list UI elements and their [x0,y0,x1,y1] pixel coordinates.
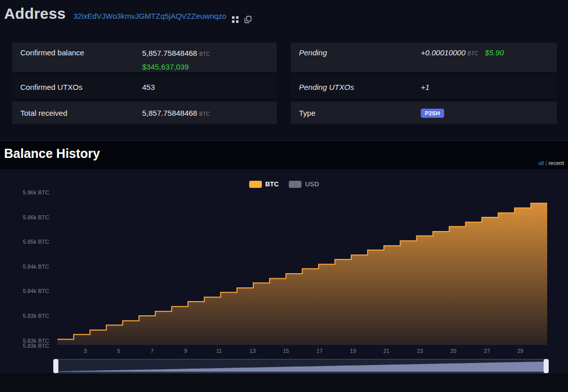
legend-swatch-usd [289,181,302,188]
x-axis-tick: 23 [417,348,423,354]
y-axis-tick: 5.83k BTC [4,313,49,319]
x-axis-tick: 21 [383,348,389,354]
btc-amount: 5,857.75848468 [142,49,197,57]
stat-value: 5,857.75848468BTC [142,109,210,117]
legend-item-btc[interactable]: BTC [249,180,279,188]
stat-row-type: Type P2SH [291,102,557,124]
stat-label: Confirmed balance [12,48,142,57]
x-axis-tick: 15 [283,348,289,354]
x-axis-tick: 17 [316,348,322,354]
stat-row-confirmed-utxos: Confirmed UTXOs 453 [12,76,277,98]
stat-label: Total received [12,109,142,117]
legend-swatch-btc [249,181,261,188]
stat-label: Type [291,109,421,117]
legend-item-usd[interactable]: USD [289,180,319,188]
btc-amount: 5,857.75848468 [142,109,197,117]
x-axis-tick: 25 [450,348,456,354]
stat-label: Pending UTXOs [291,83,421,91]
balance-history-header: Balance History all|recent [0,141,568,169]
x-axis-tick: 29 [517,348,523,354]
chart-legend: BTC USD [249,180,319,188]
slider-handle-left[interactable] [53,359,58,373]
y-axis-tick: 5.83k BTC [4,343,49,349]
x-axis-tick: 11 [216,348,222,354]
stat-value: 5,857.75848468BTC $345,637,039 [142,48,210,72]
x-axis-tick: 3 [84,348,87,354]
chart-footer [0,373,568,392]
stat-row-pending-utxos: Pending UTXOs +1 [291,76,557,98]
range-all-link[interactable]: all [539,160,544,166]
slider-handle-right[interactable] [544,359,549,373]
btc-unit: BTC [199,51,210,57]
stat-row-confirmed-balance: Confirmed balance 5,857.75848468BTC $345… [12,43,277,72]
btc-amount: +0.00010000 [421,48,465,57]
stat-value: 453 [142,83,155,91]
usd-amount: $345,637,039 [142,62,210,72]
x-axis-tick: 13 [250,348,256,354]
y-axis-tick: 5.83k BTC [4,338,49,344]
stat-label: Confirmed UTXOs [12,83,142,91]
x-axis-tick: 5 [117,348,120,354]
balance-history-title: Balance History [4,146,100,161]
x-axis-tick: 9 [184,348,187,354]
stat-label: Pending [291,48,421,57]
page-header: Address 32ixEdVJWo3kmvJGMTZq5jAQVZZeuwnq… [0,0,568,30]
address-type-badge: P2SH [421,109,444,118]
confirmed-stats-table: Confirmed balance 5,857.75848468BTC $345… [12,43,277,127]
chart-zoom-slider[interactable] [53,359,549,373]
legend-label-btc: BTC [265,180,279,188]
y-axis-tick: 5.86k BTC [4,189,49,195]
balance-area-chart[interactable] [51,193,553,345]
y-axis-tick: 5.85k BTC [4,239,49,245]
btc-unit: BTC [467,51,478,56]
y-axis-tick: 5.84k BTC [4,288,49,294]
x-axis-tick: 27 [484,348,490,354]
stat-value: P2SH [421,108,444,118]
stat-row-pending: Pending +0.00010000BTC$5.90 [291,43,557,72]
range-recent-link[interactable]: recent [548,160,564,166]
legend-label-usd: USD [305,180,319,188]
x-axis-tick: 7 [151,348,154,354]
stat-value: +0.00010000BTC$5.90 [421,48,504,57]
qr-code-icon[interactable] [232,16,239,23]
btc-unit: BTC [199,111,210,117]
page-title: Address [4,5,65,22]
x-axis-tick: 19 [350,348,356,354]
address-link[interactable]: 32ixEdVJWo3kmvJGMTZq5jAQVZZeuwnqzo [73,12,226,20]
stat-row-total-received: Total received 5,857.75848468BTC [12,102,277,124]
y-axis-tick: 5.86k BTC [4,214,49,220]
copy-icon[interactable] [244,16,252,23]
usd-amount: $5.90 [485,48,504,57]
range-selector: all|recent [539,160,564,166]
y-axis-tick: 5.84k BTC [4,264,49,270]
stat-value: +1 [421,83,429,91]
range-separator: | [546,160,547,166]
pending-stats-table: Pending +0.00010000BTC$5.90 Pending UTXO… [291,43,557,127]
balance-history-chart-section: BTC USD 5.86k BTC5.86k BTC5.85k BTC5.84k… [0,169,568,392]
